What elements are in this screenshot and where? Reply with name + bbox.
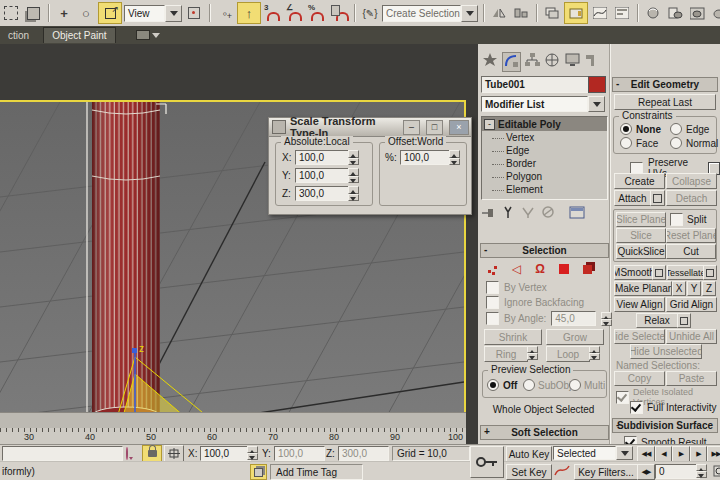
relax-button[interactable]: Relax [636, 313, 678, 328]
previous-frame-icon[interactable]: ◀ [655, 446, 672, 462]
ring-spinner[interactable] [527, 346, 538, 360]
material-editor-icon[interactable] [643, 3, 663, 23]
go-to-start-icon[interactable]: ◀◀ [637, 446, 655, 462]
scale-z-field[interactable]: 300,0 [295, 186, 352, 201]
maximize-icon[interactable]: □ [426, 120, 443, 135]
detach-button[interactable]: Detach [666, 190, 717, 206]
ring-button[interactable]: Ring [484, 346, 528, 362]
absolute-mode-toggle-icon[interactable] [164, 445, 184, 462]
reference-coordsys-dropdown[interactable]: View [124, 5, 182, 22]
repeat-last-button[interactable]: Repeat Last [614, 94, 716, 110]
split-checkbox[interactable] [670, 213, 683, 226]
unhide-all-button[interactable]: Unhide All [666, 329, 717, 344]
offset-percent-spinner[interactable] [449, 150, 460, 165]
current-frame-field[interactable]: 0 [655, 464, 700, 479]
offset-percent-field[interactable]: 100,0 [400, 150, 453, 165]
pin-stack-icon[interactable] [481, 206, 495, 221]
loop-spinner[interactable] [589, 346, 600, 360]
object-name-field[interactable]: Tube001 [481, 76, 589, 93]
edge-icon[interactable]: ◁ [512, 262, 521, 276]
spinner-snap-icon[interactable] [329, 3, 349, 23]
view-align-button[interactable]: View Align [614, 297, 665, 312]
attach-button[interactable]: Attach [614, 190, 651, 206]
msmooth-button[interactable]: MSmooth [614, 265, 653, 280]
tube-object[interactable] [92, 102, 160, 425]
cut-button[interactable]: Cut [666, 244, 716, 259]
render-setup-icon[interactable] [665, 3, 685, 23]
constraint-none-radio[interactable]: None [620, 123, 661, 135]
minimize-icon[interactable]: – [403, 120, 420, 135]
dialog-titlebar[interactable]: Scale Transform Type-In – □ × [269, 118, 471, 137]
set-key-button[interactable]: Set Key [506, 464, 552, 480]
window-crossing-icon[interactable] [23, 3, 43, 23]
selection-rollout-header[interactable]: -Selection [480, 243, 609, 258]
tab-create[interactable] [482, 52, 499, 72]
scale-y-spinner[interactable] [348, 168, 359, 183]
paste-button[interactable]: Paste [666, 371, 717, 386]
snap-3d-icon[interactable]: 3 [263, 3, 283, 23]
align-icon[interactable] [511, 3, 531, 23]
by-angle-checkbox[interactable] [486, 312, 499, 325]
isolate-cube-icon[interactable] [250, 464, 267, 480]
configure-modifier-sets-icon[interactable] [569, 206, 585, 221]
tessellate-settings-icon[interactable] [703, 265, 717, 280]
time-configuration-icon[interactable] [712, 464, 720, 478]
x-coord-spinner[interactable] [247, 446, 258, 460]
z-coord-field[interactable]: 300,0 [338, 446, 389, 461]
constraint-normal-radio[interactable]: Normal [670, 137, 718, 149]
slice-plane-button[interactable]: Slice Plane [616, 212, 666, 227]
stack-item-border[interactable]: Border [482, 157, 607, 170]
default-in-out-tangent-icon[interactable] [554, 464, 570, 479]
planar-z-button[interactable]: Z [702, 281, 716, 296]
auto-key-button[interactable]: Auto Key [506, 446, 552, 462]
edit-selection-sets-icon[interactable]: {✎} [360, 3, 380, 23]
select-move-icon[interactable]: + [54, 3, 74, 23]
stack-item-element[interactable]: Element [482, 183, 607, 196]
play-icon[interactable]: ▶ [672, 446, 690, 462]
schematic-view-icon[interactable] [612, 3, 632, 23]
tab-motion[interactable] [544, 52, 561, 72]
hide-unselected-button[interactable]: Hide Unselected [630, 344, 702, 359]
tab-modify[interactable] [502, 52, 521, 72]
ribbon-minimize-icon[interactable] [136, 28, 160, 42]
y-coord-field[interactable]: 100,0 [274, 446, 325, 461]
by-angle-field[interactable]: 45,0 [551, 311, 596, 326]
render-production-icon[interactable] [709, 3, 720, 23]
next-frame-icon[interactable]: ▶ [690, 446, 707, 462]
track-bar[interactable]: 30 40 50 60 70 80 90 100 [0, 428, 466, 444]
add-time-tag[interactable]: Add Time Tag [270, 464, 363, 480]
stack-item-editable-poly[interactable]: - Editable Poly [482, 117, 607, 131]
keyboard-override-icon[interactable]: ↑ [237, 2, 261, 24]
scale-x-spinner[interactable] [348, 150, 359, 165]
tab-hierarchy[interactable] [524, 52, 541, 72]
ignore-backfacing-checkbox[interactable] [486, 296, 499, 309]
scale-x-field[interactable]: 100,0 [295, 150, 352, 165]
planar-x-button[interactable]: X [672, 281, 686, 296]
attach-settings-icon[interactable] [650, 190, 665, 206]
time-slider-track[interactable] [0, 412, 466, 429]
make-unique-icon[interactable] [521, 206, 535, 221]
tab-display[interactable] [564, 52, 581, 72]
named-selection-set-dropdown[interactable]: Create Selection Se [382, 5, 478, 22]
rendered-frame-icon[interactable] [687, 3, 707, 23]
preview-multi-radio[interactable]: Multi [569, 379, 605, 391]
loop-button[interactable]: Loop [546, 346, 590, 362]
selection-set-key-dropdown[interactable]: Selected [553, 446, 633, 460]
angle-snap-icon[interactable]: ∠ [285, 3, 305, 23]
select-manipulate-icon[interactable]: ◦+ [215, 3, 235, 23]
polygon-icon[interactable] [559, 264, 569, 274]
stack-item-edge[interactable]: Edge [482, 144, 607, 157]
use-pivot-center-icon[interactable] [184, 3, 204, 23]
preview-off-radio[interactable]: Off [487, 379, 517, 391]
x-coord-field[interactable]: 100,0 [200, 446, 251, 461]
selection-lock-icon[interactable] [142, 445, 162, 462]
by-angle-spinner[interactable] [601, 312, 612, 326]
remove-modifier-icon[interactable] [541, 206, 555, 221]
maxscript-mini-listener[interactable] [2, 446, 123, 461]
quickslice-button[interactable]: QuickSlice [616, 244, 666, 259]
shrink-button[interactable]: Shrink [484, 329, 542, 345]
frame-spinner[interactable] [696, 464, 707, 478]
key-mode-toggle-icon[interactable]: ◀▶ [637, 464, 655, 480]
constraint-face-radio[interactable]: Face [620, 137, 658, 149]
by-vertex-checkbox[interactable] [486, 281, 499, 294]
